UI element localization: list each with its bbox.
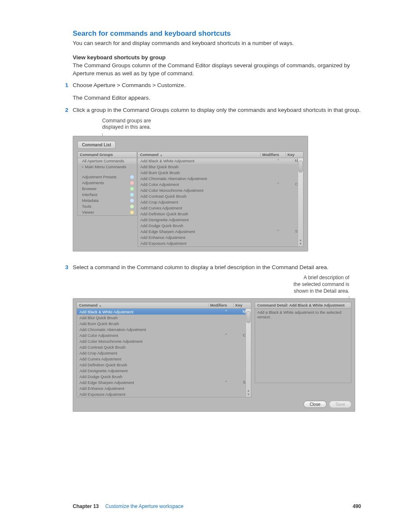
group-row[interactable]: Interface: [78, 192, 137, 198]
color-dot-icon: [130, 193, 134, 197]
command-row[interactable]: Add Color Adjustment⌃C: [77, 332, 251, 338]
command-row[interactable]: Add Enhance Adjustment: [77, 385, 251, 391]
command-list[interactable]: Add Black & White Adjustment⌃MAdd Blur Q…: [137, 158, 303, 247]
group-row-all[interactable]: All Aperture Commands: [78, 158, 137, 164]
modifier-cell: [214, 345, 237, 349]
modifier-cell: [266, 176, 290, 181]
command-row[interactable]: Add Color Monochrome Adjustment: [138, 188, 303, 193]
command-row[interactable]: Add Dodge Quick Brush: [138, 223, 303, 229]
command-row[interactable]: Add Color Monochrome Adjustment: [77, 338, 251, 344]
close-button[interactable]: Close: [303, 401, 327, 408]
modifier-cell: [214, 368, 237, 373]
command-cell: Add Dodge Quick Brush: [79, 374, 214, 379]
command-row[interactable]: Add Curves Adjustment: [77, 356, 251, 362]
command-detail-body: Add a Black & White adjustment to the se…: [255, 309, 351, 383]
modifier-cell: ⌃: [266, 229, 290, 234]
color-dot-icon: [130, 187, 134, 191]
command-row[interactable]: Add Chromatic Aberration Adjustment: [77, 326, 251, 332]
group-row[interactable]: Metadata: [78, 198, 137, 204]
command-row[interactable]: Add Devignette Adjustment: [77, 368, 251, 373]
group-row[interactable]: Adjustments: [78, 180, 137, 186]
figure-1-caption-l2: displayed in this area.: [102, 124, 151, 130]
group-row-label: Tools: [82, 204, 91, 209]
modifier-cell: [266, 170, 290, 175]
command-cell: Add Contrast Quick Brush: [79, 345, 214, 349]
group-row[interactable]: Browser: [78, 186, 137, 192]
group-row-label: Metadata: [82, 198, 99, 203]
command-groups-list[interactable]: All Aperture Commands ▸Main Menu Command…: [77, 158, 137, 216]
callout-line-icon: [102, 133, 361, 136]
command-row[interactable]: Add Crop Adjustment: [77, 350, 251, 356]
header-command: Command: [140, 153, 158, 157]
command-row[interactable]: Add Color Adjustment⌃C: [138, 182, 303, 188]
command-row[interactable]: Add Burn Quick Brush: [77, 320, 251, 326]
group-row-mainmenu[interactable]: ▸Main Menu Commands: [78, 164, 137, 170]
group-row[interactable]: Tools: [78, 204, 137, 209]
command-row[interactable]: Add Blur Quick Brush: [138, 164, 303, 170]
figure-2-caption-l1: A brief description of: [303, 275, 349, 281]
command-row[interactable]: Add Blur Quick Brush: [77, 315, 251, 320]
command-cell: Add Definition Quick Brush: [140, 212, 266, 216]
command-row[interactable]: Add Exposure Adjustment: [77, 391, 251, 397]
command-row[interactable]: Add Dodge Quick Brush: [77, 373, 251, 379]
command-row[interactable]: Add Definition Quick Brush: [77, 362, 251, 368]
group-row-label: Browser: [82, 186, 97, 191]
scrollbar[interactable]: ▴▾: [245, 309, 251, 397]
command-cell: Add Curves Adjustment: [140, 206, 266, 210]
modifier-cell: [214, 374, 237, 379]
scrollbar[interactable]: ▴▾: [298, 158, 303, 246]
command-row[interactable]: Add Edge Sharpen Adjustment⌃S: [77, 379, 251, 385]
command-list-2[interactable]: Add Black & White Adjustment⌃MAdd Blur Q…: [77, 309, 251, 397]
command-groups-header[interactable]: Command Groups: [77, 151, 137, 158]
scroll-arrows[interactable]: ▴▾: [300, 238, 301, 246]
command-list-tab[interactable]: Command List: [77, 141, 116, 149]
command-row[interactable]: Add Crop Adjustment: [138, 199, 303, 205]
command-row[interactable]: Add Contrast Quick Brush: [138, 193, 303, 199]
command-row[interactable]: Add Black & White Adjustment⌃M: [138, 158, 303, 164]
scroll-arrows[interactable]: ▴▾: [248, 389, 249, 396]
command-cell: Add Exposure Adjustment: [79, 392, 214, 397]
sub-heading: View keyboard shortcuts by group: [40, 54, 361, 61]
step-1-text: Choose Aperture > Commands > Customize.: [73, 82, 186, 88]
command-row[interactable]: Add Contrast Quick Brush: [77, 344, 251, 350]
command-header-row-2[interactable]: Command▲ Modifiers Key: [77, 302, 251, 309]
group-row[interactable]: Viewer: [78, 209, 137, 215]
modifier-cell: [214, 392, 237, 397]
command-row[interactable]: Add Chromatic Aberration Adjustment: [138, 176, 303, 182]
command-header-row[interactable]: Command▲ Modifiers Key: [137, 151, 303, 158]
page-footer: Chapter 13 Customize the Aperture worksp…: [40, 503, 361, 509]
modifier-cell: ⌃: [214, 333, 237, 338]
scroll-thumb[interactable]: [298, 161, 303, 172]
modifier-cell: [266, 223, 290, 228]
command-row[interactable]: Add Burn Quick Brush: [138, 170, 303, 176]
command-row[interactable]: Add Devignette Adjustment: [138, 217, 303, 223]
modifier-cell: ⌃: [266, 182, 290, 187]
command-detail-panel: Command Detail: Add Black & White Adjust…: [255, 302, 351, 397]
group-row[interactable]: Adjustment Presets: [78, 174, 137, 180]
color-dot-icon: [130, 181, 134, 185]
command-row[interactable]: Add Edge Sharpen Adjustment⌃S: [138, 229, 303, 235]
command-row[interactable]: Add Black & White Adjustment⌃M: [77, 309, 251, 315]
color-dot-icon: [130, 204, 134, 209]
command-row[interactable]: Add Enhance Adjustment: [138, 235, 303, 241]
modifier-cell: [266, 241, 290, 246]
modifier-cell: [266, 188, 290, 193]
command-cell: Add Exposure Adjustment: [140, 241, 266, 246]
step-1: Choose Aperture > Commands > Customize. …: [65, 81, 361, 102]
modifier-cell: [214, 315, 237, 320]
command-cell: Add Black & White Adjustment: [79, 310, 214, 314]
command-editor-panel: Command List Command Groups All Aperture…: [73, 136, 308, 251]
command-row[interactable]: Add Exposure Adjustment: [138, 241, 303, 246]
disclosure-icon: ▸: [82, 165, 84, 169]
scroll-thumb[interactable]: [246, 311, 251, 323]
step-2-text: Click a group in the Command Groups colu…: [73, 107, 361, 113]
save-button[interactable]: Save: [329, 401, 351, 408]
command-row[interactable]: Add Curves Adjustment: [138, 205, 303, 211]
command-cell: Add Edge Sharpen Adjustment: [79, 380, 214, 385]
modifier-cell: ⌃: [214, 310, 237, 314]
command-row[interactable]: Add Definition Quick Brush: [138, 211, 303, 217]
figure-2-caption: A brief description of the selected comm…: [269, 275, 349, 294]
step-3-text: Select a command in the Command column t…: [73, 264, 329, 270]
command-cell: Add Color Monochrome Adjustment: [79, 339, 214, 344]
figure-2: A brief description of the selected comm…: [40, 275, 361, 412]
